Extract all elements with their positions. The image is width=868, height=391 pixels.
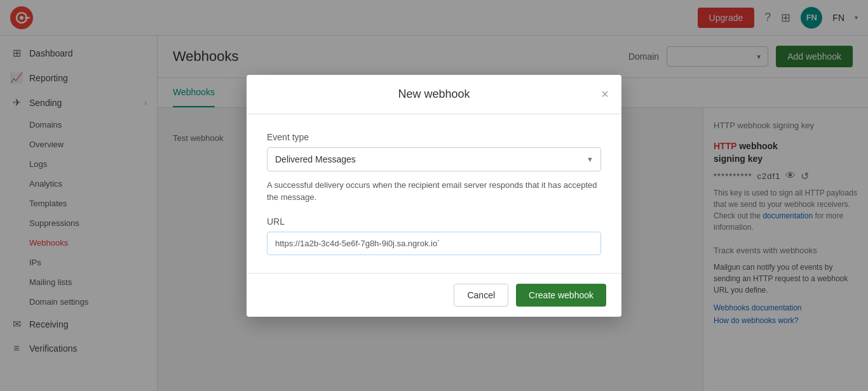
modal-overlay: New webhook × Event type Delivered Messa…: [0, 0, 868, 391]
delivery-description: A successful delivery occurs when the re…: [267, 179, 601, 204]
modal-header: New webhook ×: [247, 75, 621, 114]
modal-body: Event type Delivered Messages Clicked Op…: [247, 114, 621, 273]
event-type-label: Event type: [267, 132, 601, 142]
url-label: URL: [267, 216, 601, 227]
event-type-select-wrap: Delivered Messages Clicked Opened Compla…: [267, 147, 601, 171]
new-webhook-modal: New webhook × Event type Delivered Messa…: [247, 75, 621, 317]
url-input[interactable]: [267, 232, 601, 255]
event-type-select[interactable]: Delivered Messages Clicked Opened Compla…: [267, 147, 601, 171]
modal-footer: Cancel Create webhook: [247, 273, 621, 317]
cancel-button[interactable]: Cancel: [454, 284, 508, 307]
modal-close-button[interactable]: ×: [601, 87, 609, 102]
modal-title: New webhook: [398, 88, 470, 101]
create-webhook-button[interactable]: Create webhook: [516, 284, 606, 307]
